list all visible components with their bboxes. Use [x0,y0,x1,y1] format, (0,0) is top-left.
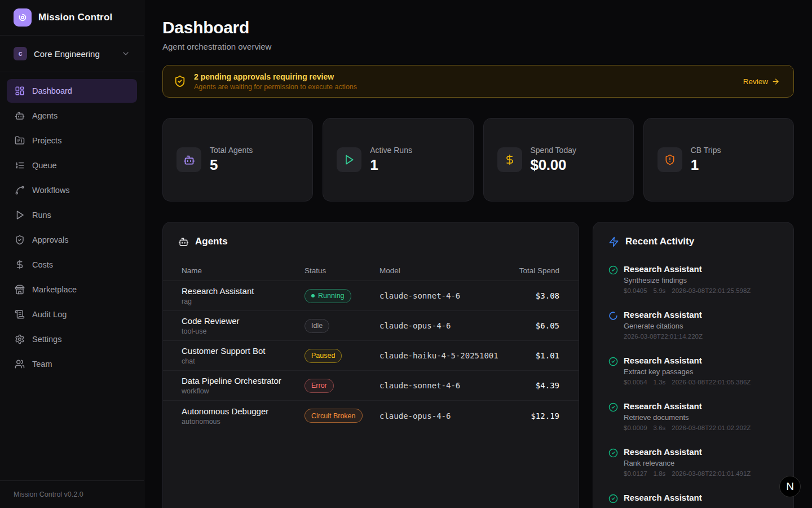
activity-timestamp: 2026-03-08T22:01:25.598Z [672,287,751,294]
agents-panel: Agents Name Status Model Total Spend Res… [162,222,579,508]
sidebar-item-label: Queue [32,161,57,170]
sidebar-item-agents[interactable]: Agents [7,104,137,128]
stat-value: 1 [370,156,412,174]
sidebar-item-settings[interactable]: Settings [7,327,137,351]
agent-name: Data Pipeline Orchestrator [182,376,304,386]
status-badge: Running [304,289,351,303]
sidebar-item-workflows[interactable]: Workflows [7,178,137,202]
activity-timestamp: 2026-03-08T22:01:02.202Z [672,424,751,431]
agent-model: claude-sonnet-4-6 [379,381,517,390]
activity-cost: $0.0009 [624,424,647,431]
folder-icon [15,135,25,146]
sidebar-nav: Dashboard Agents Projects Queue Workflow… [0,72,144,480]
agent-spend: $12.19 [517,411,559,421]
col-header-model: Model [379,266,517,275]
banner-text: 2 pending approvals requiring review Age… [194,72,735,91]
activity-timestamp: 2026-03-08T22:01:14.220Z [624,333,703,340]
app-title: Mission Control [38,12,112,23]
check-circle-icon [608,357,618,386]
app-logo-row: Mission Control [0,0,144,36]
table-row[interactable]: Research Assistant rag Running claude-so… [163,281,579,311]
agent-model: claude-haiku-4-5-20251001 [379,351,517,360]
sidebar-item-label: Marketplace [32,285,77,294]
table-row[interactable]: Customer Support Bot chat Paused claude-… [163,341,579,371]
sidebar-item-team[interactable]: Team [7,352,137,376]
activity-agent: Research Assistant [624,264,751,274]
sidebar-item-dashboard[interactable]: Dashboard [7,79,137,103]
activity-timestamp: 2026-03-08T22:01:01.491Z [672,470,751,477]
agent-name: Code Reviewer [182,316,304,326]
stat-value: 5 [210,156,253,174]
sidebar-item-audit-log[interactable]: Audit Log [7,303,137,326]
status-badge: Idle [304,319,329,333]
sidebar-item-label: Settings [32,335,61,344]
chevron-down-icon [121,49,130,58]
arrow-right-icon [771,77,780,86]
check-circle-icon [608,448,618,477]
sidebar-item-costs[interactable]: Costs [7,253,137,277]
stat-value: $0.00 [531,156,576,174]
table-row[interactable]: Code Reviewer tool-use Idle claude-opus-… [163,311,579,341]
agents-table: Name Status Model Total Spend Research A… [163,261,579,431]
agent-type: chat [182,357,304,365]
sidebar-item-label: Audit Log [32,310,67,319]
play-icon [15,210,25,220]
activity-duration: 1.3s [654,379,666,386]
activity-cost: $0.0127 [624,470,647,477]
activity-agent: Research Assistant [624,401,751,411]
app-logo-icon [14,8,32,27]
sidebar-item-approvals[interactable]: Approvals [7,228,137,252]
workspace-name: Core Engineering [34,49,114,59]
review-link[interactable]: Review [743,77,780,86]
shield-check-icon [174,75,186,87]
sidebar-item-marketplace[interactable]: Marketplace [7,278,137,301]
activity-meta: $0.0405 5.9s 2026-03-08T22:01:25.598Z [624,287,751,294]
stat-card-cb-trips: CB Trips 1 [643,118,794,202]
activity-duration: 3.6s [654,424,666,431]
bot-icon [178,237,189,247]
play-icon [337,147,361,172]
users-icon [15,359,25,369]
sidebar-item-label: Runs [32,211,51,220]
list-item: Research Assistant Synthesize findings $… [608,264,780,294]
stat-card-total-agents: Total Agents 5 [162,118,313,202]
activity-task: Retrieve documents [624,413,751,422]
banner-subtitle: Agents are waiting for permission to exe… [194,83,735,91]
sidebar: Mission Control c Core Engineering Dashb… [0,0,144,508]
activity-timestamp: 2026-03-08T22:01:05.386Z [672,379,751,386]
nextjs-devtools-badge[interactable]: N [779,476,801,497]
stat-value: 1 [691,156,721,174]
stat-text: Active Runs 1 [370,146,412,174]
page-subtitle: Agent orchestration overview [162,42,794,51]
banner-title: 2 pending approvals requiring review [194,72,735,81]
agents-panel-header: Agents [163,222,579,249]
activity-task: Rank relevance [624,459,751,467]
main-content: Dashboard Agent orchestration overview 2… [144,0,812,508]
sidebar-item-runs[interactable]: Runs [7,203,137,227]
dollar-icon [15,260,25,270]
workspace-selector[interactable]: c Core Engineering [0,36,144,72]
sidebar-item-queue[interactable]: Queue [7,154,137,177]
recent-activity-panel: Recent Activity Research Assistant Synth… [593,222,794,508]
stat-label: Active Runs [370,146,412,155]
stat-label: Spend Today [531,146,576,155]
activity-duration: 5.9s [654,287,666,294]
table-row[interactable]: Autonomous Debugger autonomous Circuit B… [163,401,579,431]
activity-panel-title: Recent Activity [625,236,694,247]
sidebar-item-projects[interactable]: Projects [7,129,137,152]
agents-panel-title: Agents [195,236,228,247]
activity-meta: $0.0009 3.6s 2026-03-08T22:01:02.202Z [624,424,751,431]
sidebar-item-label: Workflows [32,186,70,195]
table-row[interactable]: Data Pipeline Orchestrator workflow Erro… [163,371,579,401]
list-item: Research Assistant [608,493,780,503]
agent-model: claude-opus-4-6 [379,321,517,330]
agent-type: rag [182,297,304,305]
bot-icon [15,111,25,121]
stat-cards: Total Agents 5 Active Runs 1 Spend Today… [162,118,794,202]
stat-text: Spend Today $0.00 [531,146,576,174]
layout-dashboard-icon [15,86,25,96]
pending-approvals-banner: 2 pending approvals requiring review Age… [162,65,794,98]
activity-meta: 2026-03-08T22:01:14.220Z [624,333,703,340]
activity-agent: Research Assistant [624,310,703,319]
nextjs-devtools-label: N [786,480,794,493]
